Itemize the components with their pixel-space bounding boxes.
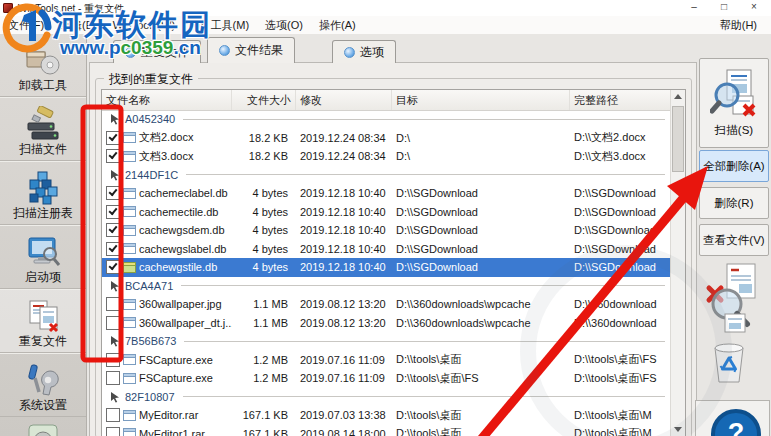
file-name-cell: cachewgsdem.db (102, 223, 232, 237)
tab-3[interactable]: 选项 (332, 40, 396, 63)
row-checkbox[interactable] (106, 316, 120, 330)
file-size: 1.2 MB (232, 354, 296, 366)
table-row[interactable]: FSCapture.exe1.2 MB2019.07.16 11:09D:\\t… (102, 369, 671, 388)
file-icon (123, 299, 136, 310)
file-full-path: D:\\360download (570, 317, 671, 329)
file-name: FSCapture.exe (139, 354, 213, 366)
delete-button[interactable]: 删除(R) (699, 187, 769, 219)
file-name: 360wallpaper.jpg (139, 298, 222, 310)
file-full-path: D:\\SGDownload (570, 261, 671, 273)
table-row[interactable]: cachemeclabel.db4 bytes2019.12.18 10:40D… (102, 184, 671, 203)
tab-2[interactable]: 文件结果 (207, 37, 295, 63)
sidebar-item-duplicate-files[interactable]: 重复文件 (0, 289, 86, 353)
table-row[interactable]: cachewgslabel.db4 bytes2019.12.18 10:40D… (102, 240, 671, 259)
row-checkbox[interactable] (106, 242, 120, 256)
tab-dot-icon (125, 47, 136, 58)
file-name: 360wallpaper_dt.j... (139, 317, 232, 329)
file-size: 4 bytes (232, 206, 296, 218)
menu-bar: 文件(F)编辑(E)WinTools(W)MS 工具(M)选项(O)操作(A) … (0, 16, 771, 34)
file-size: 4 bytes (232, 187, 296, 199)
help-button[interactable]: ? (711, 409, 761, 436)
file-target: D:\\SGDownload (392, 261, 570, 273)
file-modified: 2019.07.16 11:09 (296, 354, 392, 366)
file-full-path: D:\\SGDownload (570, 206, 671, 218)
row-checkbox[interactable] (106, 149, 120, 163)
sidebar-item-startup-items[interactable]: 启动项 (0, 225, 86, 289)
table-row[interactable]: 文档3.docx18.2 KB2019.12.24 08:34D:\D:\\文档… (102, 147, 671, 166)
file-modified: 2019.12.18 10:40 (296, 243, 392, 255)
file-name: 文档2.docx (139, 130, 193, 145)
file-modified: 2019.12.18 10:40 (296, 206, 392, 218)
file-full-path: D:\\SGDownload (570, 243, 671, 255)
row-checkbox[interactable] (106, 427, 120, 436)
view-file-button[interactable]: 查看文件(V) (699, 224, 769, 256)
menu-item[interactable]: MS 工具(M) (183, 16, 257, 34)
partial-green-icon (0, 417, 86, 436)
column-header[interactable]: 修改 (296, 90, 392, 110)
menu-item[interactable]: 编辑(E) (52, 16, 105, 34)
menu-item-help[interactable]: 帮助(H) (712, 16, 765, 34)
column-header[interactable]: 目标 (392, 90, 570, 110)
sidebar-item-scan-files[interactable]: 扫描文件 (0, 97, 86, 161)
row-checkbox[interactable] (106, 371, 120, 385)
table-row[interactable]: FSCapture.exe1.2 MB2019.07.16 11:09D:\\t… (102, 351, 671, 370)
sidebar-item-system-settings[interactable]: 系统设置 (0, 353, 86, 417)
group-divider (183, 396, 665, 397)
group-row: 7B56B673 (102, 332, 671, 351)
maximize-button[interactable]: □ (709, 0, 739, 15)
file-size: 1.1 MB (232, 298, 296, 310)
file-modified: 2019.07.16 11:09 (296, 372, 392, 384)
file-target: D:\ (392, 150, 570, 162)
file-modified: 2019.08.12 13:20 (296, 317, 392, 329)
table-row[interactable]: 文档2.docx18.2 KB2019.12.24 08:34D:\D:\\文档… (102, 129, 671, 148)
group-hash: 2144DF1C (125, 169, 178, 181)
column-header[interactable]: 文件名称 (102, 90, 232, 110)
minimize-button[interactable]: – (679, 0, 709, 15)
title-bar: WinTools.net - 重复文件 – □ × (0, 0, 771, 16)
scan-button[interactable]: 扫描(S) (699, 58, 769, 148)
file-modified: 2019.12.18 10:40 (296, 187, 392, 199)
row-checkbox[interactable] (106, 205, 120, 219)
table-row[interactable]: cachewgsdem.db4 bytes2019.12.18 10:40D:\… (102, 221, 671, 240)
sidebar-item-scan-registry[interactable]: 扫描注册表 (0, 161, 86, 225)
file-name-cell: FSCapture.exe (102, 371, 232, 385)
table-row[interactable]: MyEditor.rar167.1 KB2019.07.03 13:38D:\\… (102, 406, 671, 425)
table-row[interactable]: MyEditor1.rar167.1 KB2019.08.14 18:00D:\… (102, 425, 671, 436)
row-checkbox[interactable] (106, 223, 120, 237)
row-checkbox[interactable] (106, 408, 120, 422)
table-row[interactable]: cachemectile.db4 bytes2019.12.18 10:40D:… (102, 203, 671, 222)
sidebar-item-uninstall-tools[interactable]: 卸载工具 (0, 34, 86, 97)
tab-1[interactable]: 重复文件 (113, 40, 201, 63)
row-checkbox[interactable] (106, 260, 120, 274)
file-full-path: D:\\tools\桌面\FS (570, 352, 671, 367)
duplicate-files-icon (0, 290, 86, 334)
file-name: MyEditor.rar (139, 409, 198, 421)
row-checkbox[interactable] (106, 297, 120, 311)
scroll-thumb[interactable] (672, 106, 684, 172)
file-target: D:\\360downloads\wpcache (392, 317, 570, 329)
file-target: D:\\360downloads\wpcache (392, 298, 570, 310)
row-checkbox[interactable] (106, 131, 120, 145)
vertical-scrollbar[interactable] (670, 90, 685, 436)
menu-item[interactable]: 操作(A) (311, 16, 364, 34)
table-row[interactable]: 360wallpaper_dt.j...1.1 MB2019.08.12 13:… (102, 314, 671, 333)
table-header: 文件名称文件大小修改目标完整路径 (102, 90, 671, 111)
menu-item[interactable]: WinTools(W) (105, 16, 183, 34)
row-checkbox[interactable] (106, 186, 120, 200)
menu-item[interactable]: 选项(O) (257, 16, 311, 34)
row-checkbox[interactable] (106, 353, 120, 367)
delete-all-button[interactable]: 全部删除(A) (699, 150, 769, 182)
file-name: cachemeclabel.db (139, 187, 228, 199)
file-size: 18.2 KB (232, 132, 296, 144)
table-row[interactable]: cachewgstile.db4 bytes2019.12.18 10:40D:… (102, 258, 671, 277)
close-button[interactable]: × (739, 0, 769, 15)
scroll-up-icon[interactable] (671, 90, 685, 104)
menu-items: 文件(F)编辑(E)WinTools(W)MS 工具(M)选项(O)操作(A) (0, 16, 364, 34)
column-header[interactable]: 文件大小 (232, 90, 296, 110)
file-name-cell: cachewgstile.db (102, 260, 232, 274)
menu-item[interactable]: 文件(F) (0, 16, 52, 34)
file-name: 文档3.docx (139, 149, 193, 164)
scroll-down-icon[interactable] (671, 422, 685, 436)
column-header[interactable]: 完整路径 (570, 90, 671, 110)
table-row[interactable]: 360wallpaper.jpg1.1 MB2019.08.12 13:20D:… (102, 295, 671, 314)
